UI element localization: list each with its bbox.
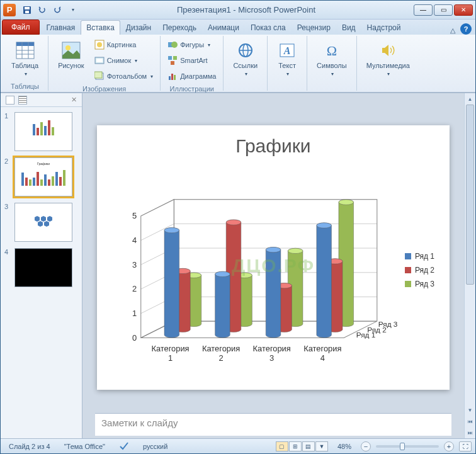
svg-point-57 [339,200,354,205]
shapes-label: Фигуры [180,41,204,48]
thumbnail-list: 1 2 Графики 3 [1,107,82,438]
minimize-ribbon-icon[interactable]: △ [450,26,455,35]
scroll-up-icon[interactable]: ▲ [465,93,475,105]
outline-tab-icon[interactable] [18,96,27,105]
thumb-num-3: 3 [4,203,11,242]
svg-marker-34 [44,221,49,227]
thumbnail-tabs: ✕ [1,93,82,107]
tab-transitions[interactable]: Переходь [157,20,202,35]
svg-rect-1 [25,7,30,9]
undo-button[interactable] [36,4,48,16]
svg-text:Ряд 3: Ряд 3 [378,320,398,329]
close-panel-icon[interactable]: ✕ [71,96,77,104]
chart[interactable]: ДЦО.РФ 012345Категория1Категория2Категор… [107,161,439,380]
legend-swatch-2 [405,267,411,273]
slideshow-view-button[interactable]: ▼ [315,441,328,451]
tab-view[interactable]: Вид [336,20,361,35]
redo-button[interactable] [51,4,64,16]
scroll-down-icon[interactable]: ▼ [465,404,475,416]
table-button[interactable]: Таблица▾ [6,37,44,81]
symbols-button[interactable]: Ω Символы▾ [311,37,353,81]
thumbnail-3[interactable]: 3 [4,203,78,242]
links-label: Ссылки [233,62,258,69]
omega-icon: Ω [322,40,342,60]
scroll-thumb[interactable] [466,105,474,285]
normal-view-button[interactable]: ▢ [276,441,288,451]
svg-marker-31 [35,216,40,222]
legend-item-1: Ряд 1 [405,252,434,261]
close-button[interactable]: ✕ [454,4,473,16]
links-button[interactable]: Ссылки▾ [227,37,263,81]
tab-review[interactable]: Рецензир [292,20,336,35]
svg-text:A: A [283,45,291,56]
media-button[interactable]: Мультимедиа▾ [361,37,416,81]
zoom-in-button[interactable]: + [444,441,454,451]
slides-tab-icon[interactable] [6,96,14,105]
svg-text:1: 1 [168,353,173,363]
screenshot-button[interactable]: Снимок▾ [91,53,157,68]
tab-addins[interactable]: Надстрой [361,20,407,35]
file-tab[interactable]: Файл [2,20,40,35]
tab-home[interactable]: Главная [41,20,81,35]
save-button[interactable] [21,4,33,16]
language-indicator[interactable]: русский [139,441,172,452]
zoom-level[interactable]: 48% [333,441,356,452]
svg-text:0: 0 [132,333,137,343]
smartart-label: SmartArt [180,57,207,64]
zoom-slider[interactable] [376,445,439,448]
photoalbum-label: Фотоальбом [107,72,147,80]
tab-animations[interactable]: Анимаци [202,20,245,35]
legend-item-3: Ряд 3 [405,280,434,288]
textbox-icon: A [277,40,297,60]
svg-point-65 [317,223,332,228]
screenshot-icon [94,55,105,65]
chart-button[interactable]: Диаграмма [164,69,219,84]
smartart-button[interactable]: SmartArt [164,53,219,68]
group-images-label: Изображения [52,84,156,93]
picture-button[interactable]: Рисунок [52,37,90,72]
thumbnail-2[interactable]: 2 Графики [4,157,78,196]
sorter-view-button[interactable]: ⊞ [289,441,302,451]
next-slide-icon[interactable]: ⏭ [465,427,475,438]
svg-text:Ω: Ω [327,43,337,59]
svg-text:Категория: Категория [202,344,240,353]
prev-slide-icon[interactable]: ⏮ [465,416,475,427]
svg-text:2: 2 [219,353,224,363]
qat-customize[interactable]: ▾ [66,4,79,16]
notes-pane[interactable]: Заметки к слайду [95,413,451,436]
maximize-button[interactable]: ▭ [434,4,453,16]
text-button[interactable]: A Текст▾ [271,37,303,81]
svg-rect-2 [25,11,29,13]
thumbnail-4[interactable]: 4 [4,248,78,287]
group-tables-label: Таблицы [6,81,44,90]
thumbnail-1[interactable]: 1 [4,112,78,151]
shapes-button[interactable]: Фигуры▾ [164,37,219,52]
slide[interactable]: Графики ДЦО.РФ 012345Категория1Категория… [97,125,450,390]
clipart-button[interactable]: Картинка [91,37,157,52]
fit-to-window-button[interactable]: ⛶ [459,441,472,451]
group-tables: Таблица▾ Таблицы [2,36,48,91]
photoalbum-button[interactable]: Фотоальбом▾ [91,69,157,84]
tab-insert[interactable]: Вставка [81,20,120,35]
help-button[interactable]: ? [460,23,472,35]
quick-access-toolbar: ▾ [21,4,79,16]
shapes-icon [167,40,178,50]
spellcheck-icon[interactable] [115,440,133,453]
group-media-label [361,88,416,89]
slide-canvas[interactable]: Графики ДЦО.РФ 012345Категория1Категория… [82,93,464,413]
zoom-slider-thumb[interactable] [400,443,405,450]
svg-text:Категория: Категория [151,344,189,353]
minimize-button[interactable]: — [414,4,433,16]
svg-rect-24 [174,75,176,80]
tab-design[interactable]: Дизайн [120,20,157,35]
slide-title[interactable]: Графики [107,135,439,157]
tab-slideshow[interactable]: Показ сла [245,20,292,35]
reading-view-button[interactable]: ▤ [302,441,315,451]
zoom-out-button[interactable]: − [361,441,371,451]
svg-point-56 [288,248,303,253]
chart-legend: Ряд 1 Ряд 2 Ряд 3 [405,161,439,380]
photoalbum-icon [94,71,105,81]
scroll-track[interactable] [465,105,475,404]
theme-name: "Тема Office" [60,441,110,452]
vertical-scrollbar[interactable]: ▲ ▼ ⏮ ⏭ [464,93,475,438]
